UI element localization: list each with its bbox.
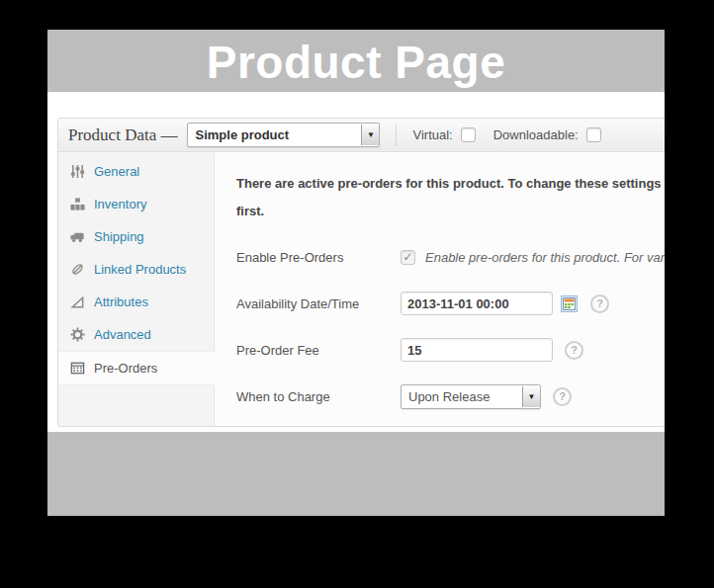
tab-label: Shipping xyxy=(94,229,144,244)
fee-help-icon[interactable]: ? xyxy=(565,341,583,360)
tab-inventory[interactable]: Inventory xyxy=(58,188,214,220)
virtual-label: Virtual: xyxy=(412,127,452,142)
enable-preorders-row: Enable Pre-Orders Enable pre-orders for … xyxy=(236,244,665,270)
enable-preorders-checkbox[interactable] xyxy=(401,250,415,265)
when-to-charge-select[interactable]: Upon Release ▼ xyxy=(401,384,541,409)
notice-line-1: There are active pre-orders for this pro… xyxy=(236,176,662,191)
availability-row: Availability Date/Time ? xyxy=(236,291,665,316)
slide-title-band: Product Page xyxy=(47,30,665,92)
enable-preorders-description: Enable pre-orders for this product. For … xyxy=(425,250,665,265)
admin-page-background: Product Data — Simple product ▼ Virtual:… xyxy=(47,92,665,432)
fee-label: Pre-Order Fee xyxy=(236,343,401,358)
fee-row: Pre-Order Fee ? xyxy=(236,337,665,363)
tab-label: General xyxy=(94,164,139,179)
product-data-tabs: General Inventory Shipping xyxy=(58,152,215,426)
availability-input[interactable] xyxy=(401,292,553,315)
slide-title: Product Page xyxy=(47,30,665,95)
product-type-select[interactable]: Simple product ▼ xyxy=(187,123,380,147)
tab-label: Inventory xyxy=(94,197,146,211)
when-to-charge-row: When to Charge Upon Release ▼ ? xyxy=(236,383,665,409)
triangle-icon xyxy=(69,294,85,309)
pre-orders-tab-content: There are active pre-orders for this pro… xyxy=(215,152,665,426)
tab-label: Attributes xyxy=(94,294,148,309)
tab-advanced[interactable]: Advanced xyxy=(58,318,214,351)
select-arrow-icon: ▼ xyxy=(361,125,379,145)
sliders-icon xyxy=(69,164,85,179)
slide-bottom-band xyxy=(47,432,665,516)
tab-label: Advanced xyxy=(94,327,151,342)
panel-body: General Inventory Shipping xyxy=(58,152,665,426)
downloadable-checkbox[interactable] xyxy=(586,127,601,142)
active-preorders-notice: There are active pre-orders for this pro… xyxy=(236,170,665,225)
notice-line-2: first. xyxy=(236,204,264,218)
panel-title: Product Data — xyxy=(68,126,177,145)
availability-help-icon[interactable]: ? xyxy=(590,294,609,313)
product-type-value: Simple product xyxy=(195,127,289,142)
fee-input[interactable] xyxy=(401,338,553,362)
gear-icon xyxy=(69,327,85,342)
inventory-boxes-icon xyxy=(69,197,85,211)
datepicker-calendar-icon[interactable] xyxy=(561,294,579,312)
virtual-checkbox[interactable] xyxy=(461,127,476,142)
downloadable-label: Downloadable: xyxy=(493,127,579,142)
tab-label: Pre-Orders xyxy=(94,361,157,376)
tab-general[interactable]: General xyxy=(58,155,214,188)
calendar-grid-icon xyxy=(69,361,85,376)
tab-pre-orders[interactable]: Pre-Orders xyxy=(58,351,215,385)
tab-label: Linked Products xyxy=(94,262,186,277)
tab-attributes[interactable]: Attributes xyxy=(58,286,214,318)
select-arrow-icon: ▼ xyxy=(522,386,540,407)
when-to-charge-value: Upon Release xyxy=(408,389,490,404)
tab-shipping[interactable]: Shipping xyxy=(58,220,214,253)
when-to-charge-label: When to Charge xyxy=(236,389,401,404)
product-data-header: Product Data — Simple product ▼ Virtual:… xyxy=(58,119,665,152)
truck-icon xyxy=(69,229,85,244)
enable-preorders-label: Enable Pre-Orders xyxy=(236,250,401,265)
availability-label: Availability Date/Time xyxy=(236,296,401,311)
product-data-panel: Product Data — Simple product ▼ Virtual:… xyxy=(57,118,665,427)
linked-products-icon xyxy=(69,262,85,277)
header-divider xyxy=(396,125,397,146)
when-to-charge-help-icon[interactable]: ? xyxy=(553,387,572,406)
tab-linked-products[interactable]: Linked Products xyxy=(58,253,214,286)
